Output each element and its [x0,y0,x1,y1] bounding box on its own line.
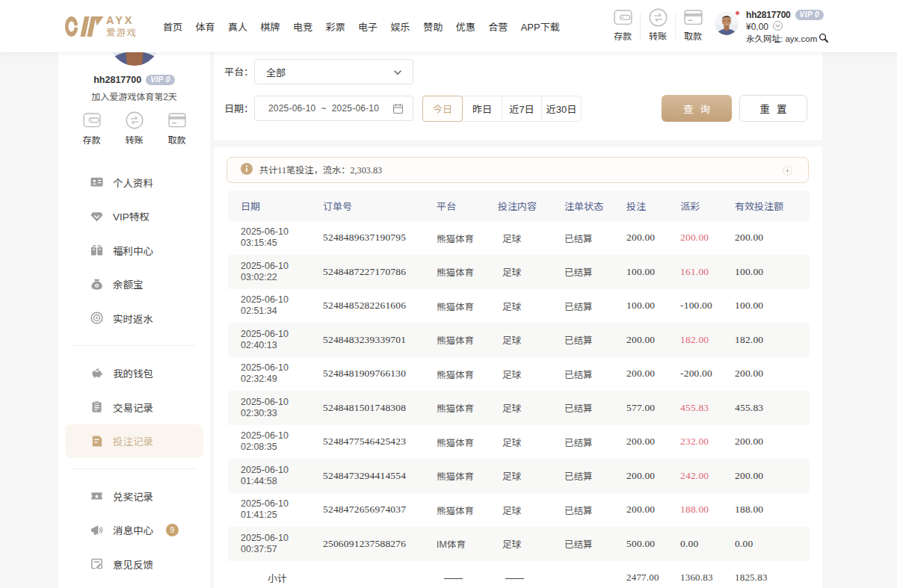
nav-item-9[interactable]: 赞助 [423,19,443,34]
range-button-3[interactable]: 近7日 [502,96,542,122]
cell-status: 已结算 [564,527,626,561]
sidebar-item-gift[interactable]: 福利中心 [65,233,203,267]
user-avatar[interactable] [715,11,739,35]
nav-item-8[interactable]: 娱乐 [391,19,410,34]
balance-expand-icon[interactable] [773,21,783,34]
reset-button[interactable]: 重置 [739,95,807,122]
brand-cn: 爱游戏 [106,28,137,38]
date-range-input[interactable]: 2025-06-10 ~ 2025-06-10 [254,96,413,121]
magnifier-icon[interactable] [819,33,828,46]
bankcard-icon [168,111,186,129]
column-header-4: 投注内容 [498,191,564,221]
sidebar-item-vip-gem[interactable]: VIP特权 [65,199,203,234]
megaphone-icon [90,524,103,536]
range-button-1[interactable]: 今日 [422,96,463,122]
cell-order: 5248481501748308 [323,391,437,425]
sidebar-wallet-wallet[interactable]: 存款 [70,111,113,146]
subtotal-payout: 1360.83 [680,561,735,588]
nav-item-2[interactable]: 体育 [196,19,215,34]
sidebar-item-clipboard[interactable]: 交易记录 [65,390,203,424]
column-header-6: 投注 [626,191,680,221]
header-quick-bankcard[interactable]: 取款 [676,10,710,42]
nav-item-5[interactable]: 电竞 [293,19,312,34]
table-row-8: 2025-06-1001:44:585248473294414554熊猫体育足球… [228,459,810,493]
sidebar-username: hh2817700 [93,75,141,85]
cell-status: 已结算 [564,255,626,289]
cell-content: 足球 [498,391,564,425]
table-header-row: 日期订单号平台投注内容注单状态投注派彩有效投注额 [228,191,810,221]
info-icon [241,163,253,177]
gift-icon [90,244,103,256]
cell-order: 5248485282261606 [323,289,437,324]
cell-payout: 182.00 [680,323,735,357]
sidebar-joined-text: 加入爱游戏体育第2天 [58,90,210,102]
table-row-9: 2025-06-1001:41:255248472656974037熊猫体育足球… [228,493,810,527]
cell-platform: 熊猫体育 [437,493,498,527]
brand-logo-icon [65,16,104,37]
range-button-4[interactable]: 近30日 [541,96,582,122]
nav-item-7[interactable]: 电子 [358,19,377,34]
cell-payout: 242.00 [680,459,735,493]
cell-payout: -200.00 [680,357,735,392]
sidebar-item-rebate[interactable]: 实时返水 [65,301,203,335]
search-button[interactable]: 查询 [662,95,732,122]
brand-logo[interactable]: AYX 爱游戏 [65,16,137,37]
header-quick-transfer[interactable]: 转账 [641,10,675,42]
cell-bet: 100.00 [626,255,680,289]
cell-status: 已结算 [564,391,626,425]
sidebar-wallet-transfer[interactable]: 转账 [113,111,155,146]
vip-badge: VIP 0 [795,10,824,20]
sidebar-item-piggy[interactable]: 我的钱包 [65,356,203,391]
sidebar-item-ticket[interactable]: 兑奖记录 [65,479,203,513]
header-balance: ¥0.00 [746,21,768,33]
cell-order: 5248489637190795 [323,221,437,256]
table-row-10: 2025-06-1000:37:572506091237588276IM体育足球… [228,527,810,561]
clipboard-icon [90,400,103,413]
nav-item-1[interactable]: 首页 [163,19,182,34]
cell-status: 已结算 [564,493,626,527]
nav-item-6[interactable]: 彩票 [326,19,345,34]
cell-status: 已结算 [564,221,626,256]
cell-valid: 200.00 [735,357,810,392]
nav-item-3[interactable]: 真人 [228,19,247,34]
cell-bet: 200.00 [626,221,680,256]
column-header-7: 派彩 [680,191,735,221]
range-button-2[interactable]: 昨日 [462,96,502,122]
quick-range-group: 今日昨日近7日近30日 [422,96,582,122]
sidebar-wallet-bankcard[interactable]: 取款 [155,111,198,146]
sidebar-item-moneybag[interactable]: 余额宝 [65,267,203,302]
sidebar-item-megaphone[interactable]: 消息中心9 [65,513,203,548]
subtotal-platform: —— [437,561,498,588]
cell-platform: 熊猫体育 [437,323,498,357]
column-header-8: 有效投注额 [735,191,810,221]
cell-order: 2506091237588276 [323,527,437,561]
sidebar-item-feedback[interactable]: 意见反馈 [65,547,203,581]
cell-payout: 188.00 [680,493,735,527]
cell-payout: 455.83 [680,391,735,425]
sidebar-item-idcard[interactable]: 个人资料 [65,165,203,199]
cell-order: 5248483239339701 [323,323,437,357]
cell-date: 2025-06-1002:40:13 [241,329,289,351]
idcard-icon [90,176,103,188]
cell-valid: 182.00 [735,323,810,357]
nav-item-11[interactable]: 合营 [488,19,508,34]
table-subtotal-row: 小计————2477.001360.831825.83 [228,561,810,588]
cell-bet: 500.00 [626,527,680,561]
nav-item-4[interactable]: 棋牌 [261,19,280,34]
platform-select[interactable]: 全部 [254,59,413,84]
wallet-icon [83,111,101,129]
cell-bet: 577.00 [626,391,680,425]
ticket-icon [90,489,103,502]
sidebar-item-betlog[interactable]: 投注记录 [65,424,203,459]
nav-item-10[interactable]: 优惠 [456,19,475,34]
cell-content: 足球 [498,323,564,357]
cell-date: 2025-06-1001:44:58 [241,465,289,487]
header-quick-actions: 存款 转账 取款 [605,0,710,52]
table-row-3: 2025-06-1002:51:345248485282261606熊猫体育足球… [228,289,810,324]
date-label: 日期： [224,104,253,114]
nav-item-12[interactable]: APP下载 [521,19,560,34]
expand-plus-icon[interactable] [783,166,792,176]
header-quick-wallet[interactable]: 存款 [605,10,640,42]
cell-order: 5248487227170786 [323,255,437,289]
header-username[interactable]: hh2817700 [746,9,791,21]
